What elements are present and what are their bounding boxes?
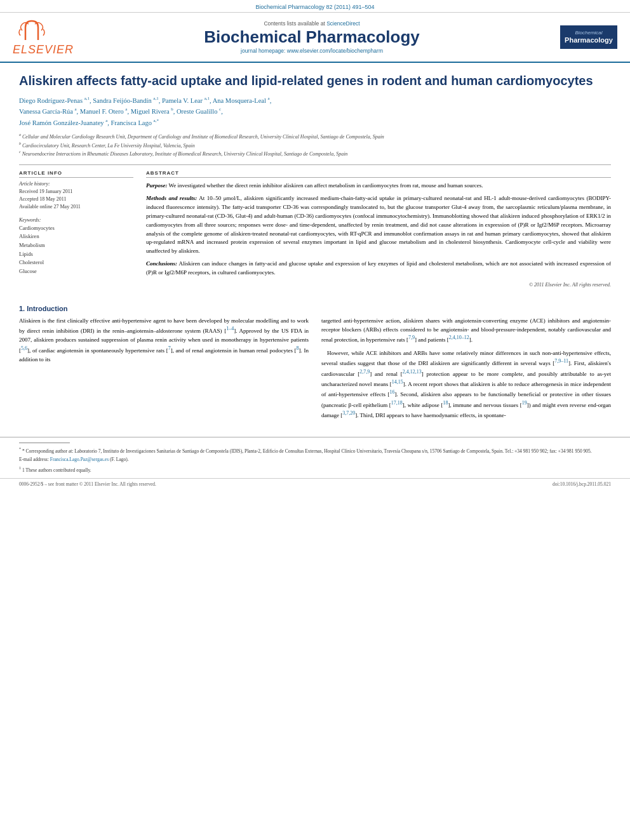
intro-para-3: However, while ACE inhibitors and ARBs h… [321, 349, 611, 420]
cite-8: 8 [297, 345, 299, 351]
article-info-column: Article Info Article history: Received 1… [19, 170, 133, 290]
cite-14-15: 14,15 [392, 379, 403, 385]
cite-7: 7 [168, 345, 171, 351]
copyright-line: © 2011 Elsevier Inc. All rights reserved… [146, 281, 611, 289]
cite-19: 19 [522, 400, 527, 406]
journal-center: Contents lists available at ScienceDirec… [70, 20, 554, 55]
cite-2-4-10-12: 2,4,10–12 [449, 335, 469, 340]
abstract-text: Purpose: We investigated whether the dir… [146, 182, 611, 290]
elsevier-tree-icon [13, 18, 57, 43]
issn-line: 0006-2952/$ – see front matter © 2011 El… [19, 481, 156, 487]
journal-homepage: journal homepage: www.elsevier.com/locat… [70, 48, 554, 54]
keyword-6: Glucose [19, 267, 133, 276]
footnote-section: * * Corresponding author at: Laboratorio… [0, 437, 630, 479]
contents-text: Contents lists available at [264, 20, 325, 27]
cite-5-6: 5,6 [21, 345, 27, 351]
history-label: Article history: [19, 181, 133, 187]
intro-para-1: Aliskiren is the first clinically effect… [19, 316, 309, 364]
article-title: Aliskiren affects fatty-acid uptake and … [19, 72, 611, 89]
homepage-label: journal homepage: www.elsevier.com/locat… [241, 48, 383, 54]
page: Biochemical Pharmacology 82 (2011) 491–5… [0, 0, 630, 840]
journal-info-bar: Biochemical Pharmacology 82 (2011) 491–5… [0, 0, 630, 13]
body-left-col: Aliskiren is the first clinically effect… [19, 316, 309, 424]
conclusions-label: Conclusions: [146, 260, 177, 267]
body-section: 1. Introduction Aliskiren is the first c… [0, 296, 630, 430]
logo-name-text: Pharmacology [563, 36, 614, 44]
received-date: Received 19 January 2011 [19, 188, 133, 196]
journal-title: Biochemical Pharmacology [70, 28, 554, 46]
journal-header: ELSEVIER Contents lists available at Sci… [0, 13, 630, 63]
methods-text: At 10–50 μmol/L, aliskiren significantly… [146, 195, 611, 255]
cite-16: 16 [389, 389, 394, 395]
info-abstract-columns: Article Info Article history: Received 1… [19, 170, 611, 290]
cite-1-4: 1–4 [226, 326, 234, 331]
affiliations: a Cellular and Molecular Cardiology Rese… [19, 132, 611, 158]
elsevier-wordmark: ELSEVIER [13, 43, 74, 57]
affiliation-c: Neuroendocrine Interactions in Rheumatic… [22, 151, 348, 157]
keyword-1: Cardiomyocytes [19, 224, 133, 233]
keywords-list: Cardiomyocytes Aliskiren Metabolism Lipi… [19, 224, 133, 276]
abstract-methods: Methods and results: At 10–50 μmol/L, al… [146, 194, 611, 257]
cite-17-18: 17,18 [391, 400, 403, 406]
abstract-label: Abstract [146, 170, 611, 178]
keywords-label: Keywords: [19, 217, 133, 223]
purpose-text: We investigated whether the direct renin… [169, 182, 483, 189]
authors-line: Diego Rodríguez-Penas a,1, Sandra Feijóo… [19, 95, 611, 128]
email-suffix: (F. Lago). [110, 457, 129, 462]
cite-2-7-9: 2,7,9 [359, 369, 370, 375]
sciencedirect-link[interactable]: ScienceDirect [326, 20, 359, 27]
intro-para-2: targetted anti-hypertensive action, alis… [321, 316, 611, 345]
available-date: Available online 27 May 2011 [19, 203, 133, 211]
accepted-date: Accepted 18 May 2011 [19, 196, 133, 203]
cite-7-9: 7,9 [408, 335, 415, 340]
equal-contrib-note: 1 1 These authors contributed equally. [19, 465, 611, 474]
footnote-divider [19, 443, 70, 443]
abstract-purpose: Purpose: We investigated whether the dir… [146, 182, 611, 190]
body-right-col: targetted anti-hypertensive action, alis… [321, 316, 611, 424]
page-footer: 0006-2952/$ – see front matter © 2011 El… [0, 478, 630, 490]
keyword-4: Lipids [19, 250, 133, 259]
abstract-column: Abstract Purpose: We investigated whethe… [146, 170, 611, 290]
keyword-5: Cholesterol [19, 258, 133, 267]
cite-7-9-11: 7,9–11 [554, 358, 568, 364]
cite-18: 18 [443, 400, 448, 406]
purpose-label: Purpose: [146, 182, 168, 189]
section-divider-1 [19, 164, 611, 165]
cite-2-4-12-13: 2,4,12,13 [403, 369, 422, 375]
methods-label: Methods and results: [146, 195, 197, 201]
journal-citation: Biochemical Pharmacology 82 (2011) 491–5… [255, 4, 374, 10]
contents-available-line: Contents lists available at ScienceDirec… [70, 20, 554, 27]
corresponding-author-note: * * Corresponding author at: Laboratorio… [19, 446, 611, 455]
article-history: Article history: Received 19 January 201… [19, 181, 133, 211]
affiliation-b: Cardiocirculatory Unit, Research Center,… [22, 142, 195, 148]
elsevier-logo: ELSEVIER [13, 18, 64, 57]
email-note: E-mail address: Francisca.Lago.Paz@serga… [19, 456, 611, 463]
email-address[interactable]: Francisca.Lago.Paz@sergas.es [50, 457, 109, 462]
cite-3-7-20: 3,7,20 [342, 410, 355, 416]
keyword-2: Aliskiren [19, 232, 133, 241]
journal-logo-box: Biochemical Pharmacology [560, 25, 617, 49]
abstract-conclusions: Conclusions: Aliskiren can induce change… [146, 260, 611, 277]
keywords-section: Keywords: Cardiomyocytes Aliskiren Metab… [19, 217, 133, 276]
article-info-label: Article Info [19, 170, 133, 178]
affiliation-a: Cellular and Molecular Cardiology Resear… [22, 134, 384, 140]
intro-heading: 1. Introduction [19, 305, 611, 312]
doi-line: doi:10.1016/j.bcp.2011.05.021 [553, 481, 611, 487]
conclusions-text: Aliskiren can induce changes in fatty-ac… [146, 260, 611, 276]
body-two-col: Aliskiren is the first clinically effect… [19, 316, 611, 424]
keyword-3: Metabolism [19, 241, 133, 250]
logo-italic-text: Biochemical [563, 30, 614, 36]
email-label: E-mail address: [19, 457, 49, 462]
article-content: Aliskiren affects fatty-acid uptake and … [0, 63, 630, 296]
